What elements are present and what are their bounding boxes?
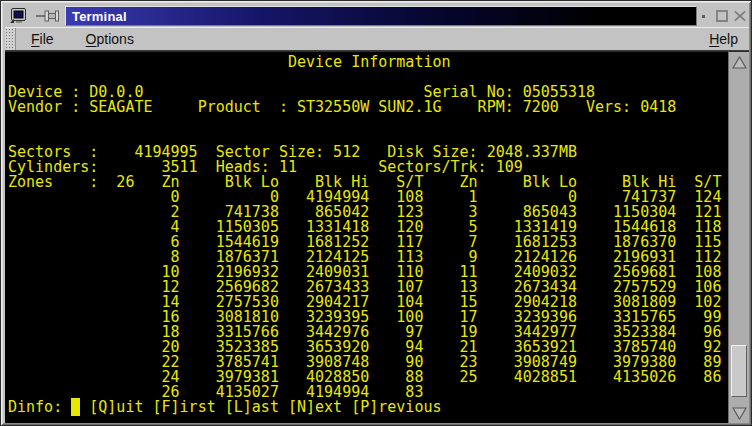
window-title: Terminal [66, 9, 127, 24]
terminal-window: Terminal File Options [0, 0, 752, 426]
title-panel[interactable]: Terminal [65, 6, 697, 26]
status-prompt: Dinfo: [8, 398, 71, 416]
scroll-down-button[interactable] [730, 404, 749, 422]
titlebar[interactable]: Terminal [5, 5, 749, 27]
menu-file[interactable]: File [26, 29, 59, 49]
terminal-app-icon[interactable] [5, 6, 31, 26]
terminal-monitor-icon [8, 7, 28, 25]
scrollbar-thumb[interactable] [731, 345, 747, 397]
terminal-viewport[interactable]: Device Information Device : D0.0.0 Seria… [5, 51, 728, 423]
menubar-grip[interactable] [5, 28, 16, 50]
scroll-up-button[interactable] [730, 53, 749, 71]
status-menu-hints: [Q]uit [F]irst [L]ast [N]ext [P]revious [80, 398, 441, 416]
window-controls [697, 6, 749, 26]
triangle-down-icon [732, 407, 747, 420]
pushpin-icon[interactable] [31, 6, 65, 26]
scrollbar[interactable] [728, 51, 749, 423]
triangle-up-icon [732, 56, 747, 69]
terminal-screen[interactable]: Device Information Device : D0.0.0 Seria… [5, 52, 728, 415]
menu-help[interactable]: Help [704, 29, 743, 49]
menu-options[interactable]: Options [81, 29, 139, 49]
pushpin-icon-glyph [35, 9, 61, 23]
minimize-button[interactable] [697, 8, 711, 24]
terminal-cursor [71, 398, 80, 416]
maximize-button[interactable] [715, 8, 729, 24]
x-icon [733, 8, 747, 24]
dot-icon [697, 8, 711, 24]
square-outline-icon [715, 8, 729, 24]
close-button[interactable] [733, 8, 747, 24]
menubar: File Options Help [5, 27, 749, 51]
